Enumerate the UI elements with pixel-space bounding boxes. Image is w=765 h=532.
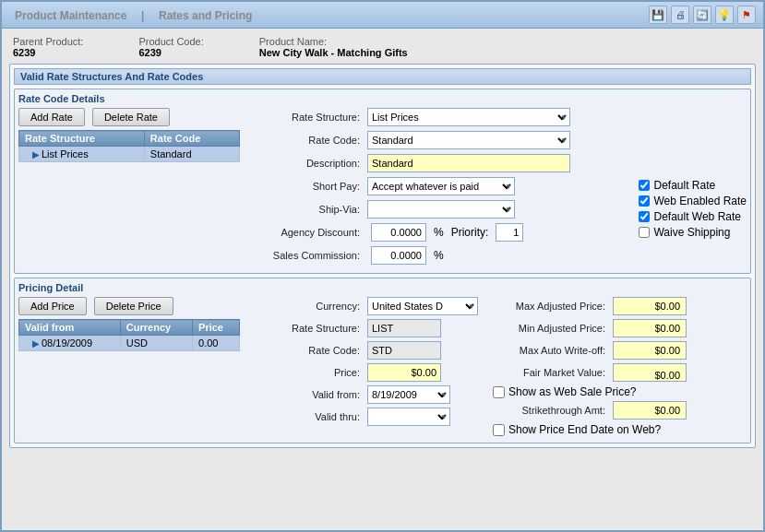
pricing-rate-code-input	[367, 341, 441, 360]
product-name-label: Product Name:	[259, 36, 408, 47]
rate-code-section: Rate Code Details Add Rate Delete Rate R…	[14, 89, 751, 274]
min-adjusted-input[interactable]	[613, 319, 687, 337]
web-enabled-rate-checkbox[interactable]	[639, 195, 650, 207]
page-content: Parent Product: 6239 Product Code: 6239 …	[2, 29, 763, 530]
delete-price-button[interactable]: Delete Price	[94, 297, 173, 315]
price-row: Price:	[247, 363, 478, 382]
refresh-icon[interactable]: 🔄	[693, 6, 711, 24]
default-web-rate-checkbox-row: Default Web Rate	[639, 210, 747, 223]
rate-checkboxes: Default Rate Web Enabled Rate Default We…	[639, 179, 747, 269]
default-rate-label: Default Rate	[653, 179, 715, 192]
rate-code-left-panel: Add Rate Delete Rate Rate Structure Rate…	[18, 108, 240, 269]
min-adjusted-label: Min Adjusted Price:	[493, 323, 613, 334]
show-web-sale-checkbox[interactable]	[493, 386, 505, 398]
agency-discount-input[interactable]	[371, 223, 426, 242]
col-valid-from: Valid from	[19, 320, 121, 336]
ship-via-select[interactable]	[367, 200, 515, 219]
table-row[interactable]: ▶List Prices Standard	[19, 147, 240, 162]
fair-market-label: Fair Market Value:	[493, 367, 613, 378]
show-price-end-checkbox[interactable]	[493, 424, 505, 436]
col-rate-structure: Rate Structure	[19, 131, 145, 147]
sales-commission-input[interactable]	[371, 246, 426, 265]
valid-rate-title: Valid Rate Structures And Rate Codes	[14, 68, 751, 85]
pricing-title: Pricing Detail	[18, 282, 747, 293]
web-enabled-rate-label: Web Enabled Rate	[653, 195, 747, 207]
priority-label: Priority:	[451, 226, 489, 239]
fair-market-value: $0.00	[613, 363, 687, 382]
window-title: Product Maintenance | Rates and Pricing	[9, 8, 257, 22]
fair-market-row: Fair Market Value: $0.00	[493, 363, 687, 382]
rate-code-right-panel: Rate Structure: List Prices Rate Code:	[247, 108, 747, 269]
default-rate-checkbox[interactable]	[639, 180, 650, 191]
col-price: Price	[193, 320, 240, 336]
show-price-end-row: Show Price End Date on Web?	[493, 423, 687, 436]
valid-thru-select[interactable]	[367, 408, 450, 426]
parent-product-label: Parent Product:	[13, 36, 83, 47]
rate-structure-row: Rate Structure: List Prices	[247, 108, 747, 126]
rate-structure-select[interactable]: List Prices	[367, 108, 570, 126]
max-adjusted-label: Max Adjusted Price:	[493, 301, 613, 312]
info-icon[interactable]: 💡	[715, 6, 734, 24]
flag-icon[interactable]: ⚑	[737, 6, 756, 24]
add-price-button[interactable]: Add Price	[18, 297, 87, 315]
table-row[interactable]: ▶08/19/2009 USD 0.00	[19, 336, 240, 351]
pricing-left-panel: Add Price Delete Price Valid from Curren…	[18, 297, 240, 439]
pricing-form-left: Currency: United States D Rate Structure…	[247, 297, 478, 439]
sales-commission-row: Sales Commission: %	[247, 246, 631, 265]
pricing-section: Pricing Detail Add Price Delete Price Va…	[14, 278, 751, 443]
product-code-label: Product Code:	[138, 36, 203, 47]
priority-input[interactable]	[496, 223, 523, 242]
currency-select[interactable]: United States D	[367, 297, 478, 315]
agency-discount-row: Agency Discount: % Priority:	[247, 223, 631, 242]
default-web-rate-checkbox[interactable]	[639, 211, 650, 222]
rate-code-select[interactable]: Standard	[367, 131, 570, 149]
pricing-form-wrapper: Currency: United States D Rate Structure…	[247, 297, 747, 439]
price-label: Price:	[247, 367, 367, 378]
pricing-form-right: Max Adjusted Price: Min Adjusted Price: …	[493, 297, 687, 439]
min-adjusted-row: Min Adjusted Price:	[493, 319, 687, 337]
valid-from-select-wrapper: 8/19/2009	[367, 385, 450, 404]
description-row: Description:	[247, 154, 747, 172]
short-pay-select[interactable]: Accept whatever is paid	[367, 177, 515, 195]
rate-code-row: Rate Code: Standard	[247, 131, 747, 149]
valid-from-cell: ▶08/19/2009	[19, 336, 121, 351]
col-rate-code: Rate Code	[144, 131, 239, 147]
parent-info-row: Parent Product: 6239 Product Code: 6239 …	[9, 34, 756, 60]
parent-product-group: Parent Product: 6239	[13, 36, 83, 58]
rate-code-select-wrapper: Standard	[367, 131, 570, 149]
ship-via-row: Ship-Via:	[247, 200, 631, 219]
price-cell: 0.00	[193, 336, 240, 351]
ship-via-label: Ship-Via:	[247, 204, 367, 215]
pricing-body: Add Price Delete Price Valid from Curren…	[18, 297, 747, 439]
save-icon[interactable]: 💾	[649, 6, 667, 24]
valid-thru-select-wrapper	[367, 408, 450, 426]
pricing-rate-structure-label: Rate Structure:	[247, 323, 367, 334]
rate-structure-table: Rate Structure Rate Code ▶List Prices St…	[18, 130, 240, 162]
currency-select-wrapper: United States D	[367, 297, 478, 315]
delete-rate-button[interactable]: Delete Rate	[92, 108, 170, 126]
agency-discount-label: Agency Discount:	[247, 227, 367, 238]
pricing-rate-structure-row: Rate Structure:	[247, 319, 478, 337]
default-rate-checkbox-row: Default Rate	[639, 179, 747, 192]
waive-shipping-checkbox[interactable]	[639, 227, 650, 238]
waive-shipping-label: Waive Shipping	[653, 226, 730, 239]
strikethrough-input[interactable]	[613, 401, 687, 420]
rate-btn-row: Add Rate Delete Rate	[18, 108, 240, 126]
print-icon[interactable]: 🖨	[671, 6, 689, 24]
rate-code-title: Rate Code Details	[18, 93, 747, 104]
product-name-group: Product Name: New City Walk - Matching G…	[259, 36, 408, 58]
product-code-value: 6239	[138, 47, 203, 58]
description-input[interactable]	[367, 154, 570, 172]
max-adjusted-input[interactable]	[613, 297, 687, 315]
add-rate-button[interactable]: Add Rate	[18, 108, 85, 126]
percent-sign-1: %	[434, 226, 444, 239]
pricing-rate-code-label: Rate Code:	[247, 345, 367, 356]
price-input[interactable]	[367, 363, 441, 382]
max-adjusted-row: Max Adjusted Price:	[493, 297, 687, 315]
max-auto-writeoff-input[interactable]	[613, 341, 687, 360]
pricing-rate-structure-input	[367, 319, 441, 337]
rate-structure-select-wrapper: List Prices	[367, 108, 570, 126]
rate-structure-cell: ▶List Prices	[19, 147, 145, 162]
title-separator: |	[141, 9, 144, 22]
valid-from-select[interactable]: 8/19/2009	[367, 385, 450, 404]
